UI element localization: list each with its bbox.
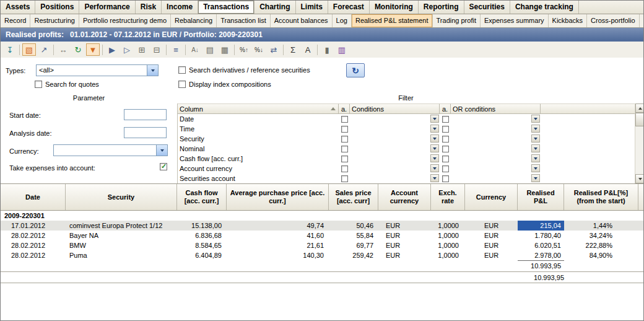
cell-cash-flow[interactable]: 8.584,65: [177, 240, 227, 250]
expenses-checkbox[interactable]: [160, 163, 167, 170]
filter-header-or-conditions[interactable]: OR conditions: [451, 103, 541, 114]
subtab-cross-portfolio[interactable]: Cross-portfolio: [587, 14, 640, 27]
currency-combobox[interactable]: [53, 144, 168, 156]
chart-export-icon[interactable]: ↗: [37, 43, 51, 56]
subtab-realised-pnl-statement[interactable]: Realised P&L statement: [352, 14, 433, 27]
filter-header-conditions[interactable]: Conditions: [350, 103, 440, 114]
cell-date[interactable]: 28.02.2012: [1, 240, 66, 250]
chevron-down-icon[interactable]: [430, 164, 439, 172]
filter-header-a2[interactable]: a.: [440, 103, 451, 114]
subtab-expenses-summary[interactable]: Expenses summary: [481, 14, 549, 27]
filter-conditions-dropdown[interactable]: [350, 114, 440, 124]
cell-date[interactable]: 28.02.2012: [1, 250, 66, 260]
cell-realised-pnl-pct[interactable]: 84,90%: [564, 250, 638, 260]
filter-row-date[interactable]: Date: [178, 114, 635, 124]
menu-tab-performance[interactable]: Performance: [79, 1, 135, 14]
column-chart-icon[interactable]: ▮: [320, 43, 334, 56]
subtab-log[interactable]: Log: [333, 14, 352, 27]
percent-up-icon[interactable]: %↑: [237, 43, 251, 56]
subtab-trading-profit[interactable]: Trading profit: [433, 14, 481, 27]
percent-down-icon[interactable]: %↓: [252, 43, 266, 56]
header-cash-flow[interactable]: Cash flow [acc. curr.]: [177, 184, 227, 210]
menu-tab-income[interactable]: Income: [162, 1, 198, 14]
table-row[interactable]: 28.02.2012 Puma 6.404,89 140,30 259,42 E…: [1, 250, 644, 260]
chevron-down-icon[interactable]: [430, 115, 439, 123]
cell-cash-flow[interactable]: 15.138,00: [177, 221, 227, 231]
chevron-down-icon[interactable]: [430, 125, 439, 133]
filter-row-nominal[interactable]: Nominal: [178, 144, 635, 154]
menu-tab-reporting[interactable]: Reporting: [419, 1, 464, 14]
cell-currency[interactable]: EUR: [465, 240, 518, 250]
filter-and-checkbox[interactable]: [341, 126, 348, 133]
subtab-record[interactable]: Record: [1, 14, 30, 27]
chevron-down-icon[interactable]: [147, 65, 158, 76]
subtab-account-balances[interactable]: Account balances: [271, 14, 333, 27]
filter-column-label[interactable]: Nominal: [178, 144, 339, 154]
chevron-down-icon[interactable]: [531, 115, 540, 123]
filter-and-checkbox[interactable]: [341, 116, 348, 123]
cell-currency[interactable]: EUR: [465, 231, 518, 240]
menu-tab-forecast[interactable]: Forecast: [328, 1, 370, 14]
chevron-down-icon[interactable]: [430, 134, 439, 143]
scrollbar-thumb[interactable]: [635, 113, 644, 126]
filter-and-checkbox[interactable]: [341, 175, 348, 182]
cell-account-currency[interactable]: EUR: [378, 240, 431, 250]
menu-tab-transactions[interactable]: Transactions: [198, 1, 255, 14]
cell-date[interactable]: 17.01.2012: [1, 221, 66, 231]
types-combobox[interactable]: <all>: [36, 64, 159, 76]
merge-cells-icon[interactable]: ▦: [218, 43, 232, 56]
filter-and-checkbox[interactable]: [341, 165, 348, 172]
chevron-down-icon[interactable]: [531, 164, 540, 172]
cell-security[interactable]: BMW: [66, 240, 177, 250]
cell-cash-flow[interactable]: 6.404,89: [177, 250, 227, 260]
filter-or-checkbox[interactable]: [442, 165, 449, 172]
filter-column-label[interactable]: Cash flow [acc. curr.]: [178, 154, 339, 164]
filter-conditions-dropdown[interactable]: [350, 164, 440, 174]
cell-cash-flow[interactable]: 6.836,68: [177, 231, 227, 240]
run-percent-icon[interactable]: ▷: [120, 43, 134, 56]
table-row[interactable]: 28.02.2012 BMW 8.584,65 21,61 69,77 EUR …: [1, 240, 644, 250]
chevron-down-icon[interactable]: [430, 144, 439, 152]
filter-conditions-dropdown[interactable]: [350, 124, 440, 134]
chevron-down-icon[interactable]: [156, 145, 167, 156]
cell-exch-rate[interactable]: 1,0000: [431, 240, 465, 250]
portfolio-group-row[interactable]: 2009-220301: [1, 211, 644, 221]
filter-or-checkbox[interactable]: [442, 136, 449, 143]
cell-realised-pnl-pct[interactable]: 1,44%: [564, 221, 638, 231]
filter-column-label[interactable]: Securities account: [178, 174, 339, 183]
cell-realised-pnl[interactable]: 6.020,51: [518, 240, 564, 250]
details-list-icon[interactable]: ≡: [169, 43, 183, 56]
cell-avg-purchase-price[interactable]: 41,60: [227, 231, 329, 240]
subtab-kickbacks[interactable]: Kickbacks: [549, 14, 588, 27]
filter-column-label[interactable]: Time: [178, 124, 339, 134]
subtab-restructuring[interactable]: Restructuring: [30, 14, 79, 27]
filter-and-checkbox[interactable]: [341, 146, 348, 152]
filter-or-conditions-dropdown[interactable]: [451, 174, 541, 183]
menu-tab-charting[interactable]: Charting: [255, 1, 295, 14]
analysis-date-input[interactable]: [124, 127, 167, 138]
chevron-down-icon[interactable]: [430, 154, 439, 162]
filter-or-checkbox[interactable]: [442, 156, 449, 162]
filter-or-conditions-dropdown[interactable]: [451, 134, 541, 144]
run-step-icon[interactable]: ▶: [105, 43, 119, 56]
subtab-portfolio-restructuring-demo[interactable]: Portfolio restructuring demo: [79, 14, 171, 27]
display-index-checkbox[interactable]: [178, 81, 186, 88]
bar-chart-icon[interactable]: ▥: [335, 43, 349, 56]
filter-conditions-dropdown[interactable]: [350, 154, 440, 164]
cell-avg-purchase-price[interactable]: 49,74: [227, 221, 329, 231]
filter-icon[interactable]: ▼: [86, 43, 100, 56]
filter-conditions-dropdown[interactable]: [350, 144, 440, 154]
table-row[interactable]: 17.01.2012 cominvest Europa Protect 1/12…: [1, 221, 644, 231]
cell-sales-price[interactable]: 69,77: [329, 240, 378, 250]
header-realised-pnl[interactable]: Realised P&L: [518, 184, 564, 210]
filter-or-conditions-dropdown[interactable]: [451, 124, 541, 134]
profile-chart-icon[interactable]: ▧: [22, 43, 36, 56]
filter-column-label[interactable]: Security: [178, 134, 339, 144]
menu-tab-limits[interactable]: Limits: [296, 1, 328, 14]
filter-or-conditions-dropdown[interactable]: [451, 154, 541, 164]
menu-tab-risk[interactable]: Risk: [136, 1, 162, 14]
filter-and-checkbox[interactable]: [341, 156, 348, 162]
cell-currency[interactable]: EUR: [465, 221, 518, 231]
filter-or-conditions-dropdown[interactable]: [451, 164, 541, 174]
chevron-down-icon[interactable]: [531, 125, 540, 133]
